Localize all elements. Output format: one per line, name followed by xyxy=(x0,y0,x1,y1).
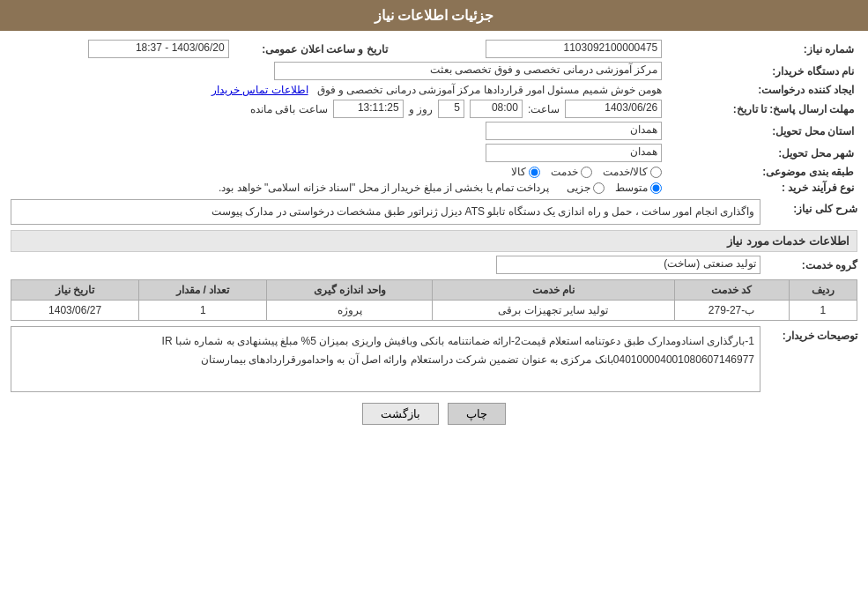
shenbare-label: شماره نیاز: xyxy=(665,38,857,60)
description-value: 1-بارگذاری اسنادومدارک طبق دعوتنامه استع… xyxy=(11,326,760,392)
shahr-value-cell: همدان xyxy=(11,142,665,164)
mohlet-baqi-label: ساعت باقی مانده xyxy=(250,103,328,115)
table-row: 1 ب-27-279 تولید سایر تجهیزات برقی پروژه… xyxy=(11,301,857,321)
radio-kala-khedmat-item[interactable]: کالا/خدمت xyxy=(603,166,662,178)
dastgah-value-cell: مرکز آموزشی درمانی تخصصی و فوق تخصصی بعث… xyxy=(11,60,665,82)
ostan-value-cell: همدان xyxy=(11,120,665,142)
radio-kala-label: کالا xyxy=(511,166,526,178)
cell-kod: ب-27-279 xyxy=(674,301,789,321)
radio-kala-khedmat-label: کالا/خدمت xyxy=(603,166,648,178)
description-section: توصیحات خریدار: 1-بارگذاری اسنادومدارک ط… xyxy=(11,326,857,392)
cell-name: تولید سایر تجهیزات برقی xyxy=(433,301,674,321)
ijad-label: ایجاد کننده درخواست: xyxy=(665,82,857,98)
grohe-row: گروه خدمت: تولید صنعتی (ساخت) xyxy=(11,256,857,274)
service-section-title: اطلاعات خدمات مورد نیاز xyxy=(11,230,857,252)
radio-jozii-label: جزیی xyxy=(567,182,590,194)
dastgah-input: مرکز آموزشی درمانی تخصصی و فوق تخصصی بعث… xyxy=(274,62,662,80)
radio-motevaset-item[interactable]: متوسط xyxy=(615,182,662,194)
radio-khedmat-item[interactable]: خدمت xyxy=(551,166,592,178)
farayand-value-cell: متوسط جزیی پرداخت تمام یا بخشی از مبلغ خ… xyxy=(11,180,665,196)
farayand-note: پرداخت تمام یا بخشی از مبلغ خریدار از مح… xyxy=(219,182,549,194)
description-label: توصیحات خریدار: xyxy=(760,326,857,342)
shahr-row: شهر محل تحویل: همدان xyxy=(11,142,857,164)
cell-radif: 1 xyxy=(789,301,857,321)
tarikh-input: 1403/06/20 - 18:37 xyxy=(88,40,229,58)
mohlet-value-cell: 1403/06/26 ساعت: 08:00 5 روز و 13:11:25 … xyxy=(11,98,665,120)
ostan-row: استان محل تحویل: همدان xyxy=(11,120,857,142)
page-title: جزئیات اطلاعات نیاز xyxy=(375,8,494,23)
dastgah-row: نام دستگاه خریدار: مرکز آموزشی درمانی تخ… xyxy=(11,60,857,82)
ijad-value-cell: هومن خوش شمیم مسئول امور قراردادها مرکز … xyxy=(11,82,665,98)
grohe-value: تولید صنعتی (ساخت) xyxy=(496,256,760,274)
col-date: تاریخ نیاز xyxy=(11,280,139,301)
farayand-label: نوع فرآیند خرید : xyxy=(665,180,857,196)
cell-date: 1403/06/27 xyxy=(11,301,139,321)
dastgah-label: نام دستگاه خریدار: xyxy=(665,60,857,82)
page-header: جزئیات اطلاعات نیاز xyxy=(0,0,868,31)
mohlet-date: 1403/06/26 xyxy=(565,100,662,118)
main-info-table: شماره نیاز: 1103092100000475 تاریخ و ساع… xyxy=(11,38,857,196)
shahr-input: همدان xyxy=(486,144,662,162)
mohlet-saat-label: ساعت: xyxy=(528,103,560,115)
mohlet-label: مهلت ارسال پاسخ: تا تاریخ: xyxy=(665,98,857,120)
farayand-radio-group: متوسط جزیی xyxy=(567,182,662,194)
tabaqe-value-cell: کالا/خدمت خدمت کالا xyxy=(11,164,665,180)
shahr-label: شهر محل تحویل: xyxy=(665,142,857,164)
col-count: تعداد / مقدار xyxy=(139,280,267,301)
grohe-label: گروه خدمت: xyxy=(760,259,857,271)
service-table-header-row: ردیف کد خدمت نام خدمت واحد اندازه گیری ت… xyxy=(11,280,857,301)
tabaqe-radio-group: کالا/خدمت خدمت کالا xyxy=(14,166,662,178)
back-button[interactable]: بازگشت xyxy=(362,403,439,425)
ostan-label: استان محل تحویل: xyxy=(665,120,857,142)
col-unit: واحد اندازه گیری xyxy=(267,280,433,301)
ostan-input: همدان xyxy=(486,122,662,140)
tarikh-value-cell: 1403/06/20 - 18:37 xyxy=(11,38,233,60)
col-kod: کد خدمت xyxy=(674,280,789,301)
radio-jozii[interactable] xyxy=(593,182,605,194)
sharh-section: شرح کلی نیاز: واگذاری انجام امور ساخت ، … xyxy=(11,199,857,225)
mohlet-baqi: 13:11:25 xyxy=(333,100,404,118)
sharh-value: واگذاری انجام امور ساخت ، حمل و راه اندا… xyxy=(11,199,760,225)
shenbare-value-cell: 1103092100000475 xyxy=(391,38,666,60)
radio-kala-khedmat[interactable] xyxy=(650,167,662,178)
col-name: نام خدمت xyxy=(433,280,674,301)
mohlet-row-inner: 1403/06/26 ساعت: 08:00 5 روز و 13:11:25 … xyxy=(14,100,662,118)
col-radif: ردیف xyxy=(789,280,857,301)
radio-motevaset-label: متوسط xyxy=(615,182,648,194)
mohlet-rooz: 5 xyxy=(438,100,464,118)
cell-unit: پروژه xyxy=(267,301,433,321)
service-table-body: 1 ب-27-279 تولید سایر تجهیزات برقی پروژه… xyxy=(11,301,857,321)
radio-motevaset[interactable] xyxy=(650,182,662,194)
tamas-link[interactable]: اطلاعات تماس خریدار xyxy=(211,84,308,96)
radio-kala-item[interactable]: کالا xyxy=(511,166,540,178)
ijad-row: ایجاد کننده درخواست: هومن خوش شمیم مسئول… xyxy=(11,82,857,98)
tarikh-label: تاریخ و ساعت اعلان عمومی: xyxy=(233,38,391,60)
farayand-inner: متوسط جزیی پرداخت تمام یا بخشی از مبلغ خ… xyxy=(14,182,662,194)
sharh-label: شرح کلی نیاز: xyxy=(760,199,857,215)
radio-jozii-item[interactable]: جزیی xyxy=(567,182,605,194)
radio-khedmat-label: خدمت xyxy=(551,166,578,178)
mohlet-row: مهلت ارسال پاسخ: تا تاریخ: 1403/06/26 سا… xyxy=(11,98,857,120)
tabaqe-label: طبقه بندی موضوعی: xyxy=(665,164,857,180)
service-table-head: ردیف کد خدمت نام خدمت واحد اندازه گیری ت… xyxy=(11,280,857,301)
tabaqe-row: طبقه بندی موضوعی: کالا/خدمت خدمت xyxy=(11,164,857,180)
shenbare-row: شماره نیاز: 1103092100000475 تاریخ و ساع… xyxy=(11,38,857,60)
ijad-text: هومن خوش شمیم مسئول امور قراردادها مرکز … xyxy=(317,84,663,96)
mohlet-rooz-label: روز و xyxy=(409,103,433,115)
service-table: ردیف کد خدمت نام خدمت واحد اندازه گیری ت… xyxy=(11,279,857,321)
radio-kala[interactable] xyxy=(529,167,540,178)
farayand-row: نوع فرآیند خرید : متوسط جزیی xyxy=(11,180,857,196)
radio-khedmat[interactable] xyxy=(581,167,592,178)
print-button[interactable]: چاپ xyxy=(448,403,506,425)
cell-count: 1 xyxy=(139,301,267,321)
footer-buttons: چاپ بازگشت xyxy=(11,403,857,434)
shenbare-input: 1103092100000475 xyxy=(486,40,662,58)
mohlet-saat: 08:00 xyxy=(470,100,523,118)
